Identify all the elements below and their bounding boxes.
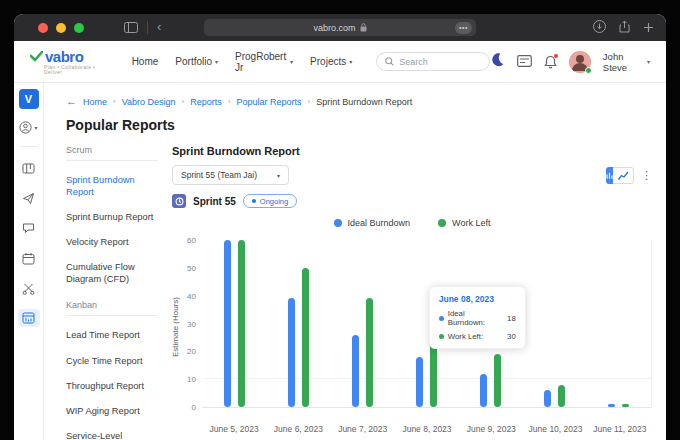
sprint-selector[interactable]: Sprint 55 (Team Jai) ▾: [172, 165, 289, 185]
breadcrumb-item-vabro-design[interactable]: Vabro Design: [122, 97, 176, 107]
bar-work-left[interactable]: [558, 385, 565, 407]
sprint-row: Sprint 55 Ongoing: [172, 194, 652, 208]
breadcrumb-item-popular-reports[interactable]: Popular Reports: [236, 97, 301, 107]
back-icon[interactable]: ‹: [157, 20, 161, 33]
breadcrumb-item-reports[interactable]: Reports: [190, 97, 222, 107]
page-more-icon[interactable]: •••: [455, 22, 472, 34]
bar-ideal-burndown[interactable]: [416, 357, 423, 407]
calendar-icon[interactable]: [18, 249, 40, 267]
bar-ideal-burndown[interactable]: [288, 298, 295, 407]
bar-ideal-burndown[interactable]: [544, 390, 551, 407]
x-tick-label: June 8, 2023: [395, 424, 459, 434]
bar-work-left[interactable]: [238, 240, 245, 407]
reports-icon[interactable]: [18, 309, 40, 327]
sprint-selector-value: Sprint 55 (Team Jai): [181, 170, 257, 180]
user-name: John Steve: [603, 51, 643, 73]
tooltip-row: Work Left:30: [439, 332, 516, 341]
x-tick-label: June 9, 2023: [459, 424, 523, 434]
breadcrumb-back-icon[interactable]: ←: [66, 96, 77, 107]
close-window-button[interactable]: [38, 23, 48, 33]
tooltip-series-value: 18: [507, 314, 516, 323]
bar-ideal-burndown[interactable]: [352, 335, 359, 407]
nav-item-home[interactable]: Home: [132, 51, 159, 73]
breadcrumb-item-home[interactable]: Home: [83, 97, 107, 107]
new-tab-icon[interactable]: [643, 19, 654, 37]
report-nav-section-kanban: KanbanLead Time ReportCycle Time ReportT…: [66, 300, 158, 440]
legend-item-work-left[interactable]: Work Left: [438, 218, 490, 228]
notifications-bell-icon[interactable]: [544, 55, 557, 69]
bar-work-left[interactable]: [302, 268, 309, 407]
report-nav-item[interactable]: Lead Time Report: [66, 329, 158, 341]
report-nav-item[interactable]: Sprint Burnup Report: [66, 211, 158, 223]
zoom-window-button[interactable]: [74, 23, 84, 33]
sidebar-panel-icon[interactable]: [124, 19, 138, 37]
bar-group: [523, 240, 587, 407]
report-nav-item[interactable]: Service-Level Agreement (SLA) Report: [66, 430, 158, 440]
bar-chart-toggle[interactable]: [606, 167, 613, 184]
screen: ‹ vabro.com •••: [0, 0, 680, 440]
report-nav-item[interactable]: Throughput Report: [66, 380, 158, 392]
breadcrumb-separator: ›: [113, 97, 116, 106]
y-tick-label: 40: [187, 291, 196, 300]
chrome-divider: [147, 21, 148, 34]
send-icon[interactable]: [18, 189, 40, 207]
bar-ideal-burndown[interactable]: [480, 374, 487, 407]
report-nav-item[interactable]: Cycle Time Report: [66, 355, 158, 367]
header-right: John Steve ▾: [490, 51, 650, 73]
minimize-window-button[interactable]: [56, 23, 66, 33]
chat-icon[interactable]: [18, 219, 40, 237]
chevron-down-icon: ▾: [290, 58, 293, 65]
chrome-left-controls: ‹: [124, 19, 161, 37]
report-nav-item[interactable]: WIP Aging Report: [66, 405, 158, 417]
breadcrumb: ← Home›Vabro Design›Reports›Popular Repo…: [66, 96, 652, 107]
nav-item-portfolio[interactable]: Portfolio▾: [175, 51, 218, 73]
bar-ideal-burndown[interactable]: [608, 404, 615, 407]
legend-swatch: [438, 219, 446, 227]
more-options-icon[interactable]: ⋮: [641, 169, 652, 182]
bar-work-left[interactable]: [366, 298, 373, 407]
y-tick-label: 60: [187, 236, 196, 245]
tooltip-series-label: Ideal Burndown:: [448, 309, 503, 327]
search-input[interactable]: [399, 57, 479, 67]
vabro-logo[interactable]: vabro Plan • Collaborate • Deliver: [30, 49, 112, 75]
chevron-down-icon: ▾: [277, 172, 280, 179]
report-nav-item[interactable]: Velocity Report: [66, 236, 158, 248]
legend-label: Ideal Burndown: [348, 218, 411, 228]
legend-item-ideal-burndown[interactable]: Ideal Burndown: [334, 218, 411, 228]
dark-mode-moon-icon[interactable]: [490, 52, 505, 71]
bar-ideal-burndown[interactable]: [224, 240, 231, 407]
chart-type-controls: ⋮: [606, 167, 652, 184]
breadcrumb-separator: ›: [228, 97, 231, 106]
logo-text: vabro: [45, 49, 83, 64]
url-text: vabro.com: [313, 23, 355, 33]
tooltip-date: June 08, 2023: [439, 294, 516, 304]
report-nav-item[interactable]: Sprint Burndown Report: [66, 174, 158, 198]
chevron-down-icon: ▾: [34, 124, 37, 131]
downloads-icon[interactable]: [593, 19, 606, 37]
nav-item-projects[interactable]: Projects▾: [310, 51, 352, 73]
line-chart-toggle[interactable]: [613, 167, 634, 184]
header-search[interactable]: [376, 52, 490, 71]
y-tick-label: 50: [187, 263, 196, 272]
search-icon: [385, 57, 394, 66]
share-icon[interactable]: [619, 19, 630, 37]
report-nav-section-title: Scrum: [66, 145, 158, 161]
address-bar[interactable]: vabro.com •••: [204, 19, 476, 36]
report-nav-item[interactable]: Cumulative Flow Diagram (CFD): [66, 261, 158, 285]
chevron-down-icon: ▾: [215, 58, 218, 65]
tools-icon[interactable]: [18, 279, 40, 297]
card-icon[interactable]: [517, 53, 532, 71]
rail-user-icon[interactable]: ▾: [19, 121, 37, 134]
app-header: vabro Plan • Collaborate • Deliver HomeP…: [14, 41, 666, 83]
kanban-icon[interactable]: [18, 159, 40, 177]
tooltip-series-label: Work Left:: [448, 332, 483, 341]
tooltip-series-value: 30: [507, 332, 516, 341]
tooltip-series-swatch: [439, 316, 444, 321]
nav-item-progrobert-jr[interactable]: ProgRobert Jr▾: [235, 51, 293, 73]
workspace-logo-tile[interactable]: V: [19, 89, 39, 109]
y-tick-label: 10: [187, 375, 196, 384]
avatar[interactable]: [569, 51, 591, 73]
bar-work-left[interactable]: [622, 404, 629, 407]
bar-work-left[interactable]: [494, 354, 501, 407]
user-menu[interactable]: John Steve ▾: [603, 51, 650, 73]
